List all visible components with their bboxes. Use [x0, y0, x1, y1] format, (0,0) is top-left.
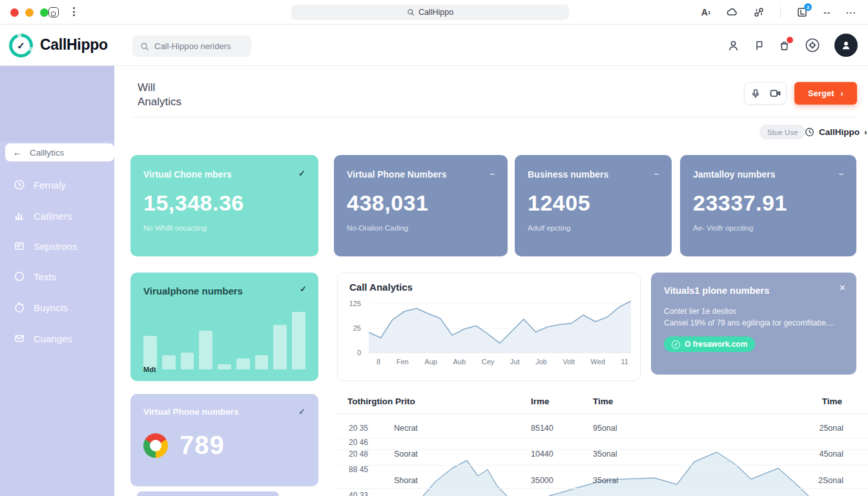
page-title: Will Analytics [138, 81, 181, 109]
minus-icon[interactable]: – [839, 169, 843, 178]
stat-card-title: Virtual Phone Numbers [347, 169, 447, 180]
minus-icon[interactable]: – [654, 169, 659, 178]
sidebar-item-cuanges[interactable]: Cuanges [0, 330, 114, 347]
sidebar-item-label: Cuanges [34, 333, 72, 344]
call-analytics-card: Call Analytics 125 25 0 8FenAupAubCeyJut… [337, 273, 641, 381]
stat-card-business: Business numbers – 12405 Adulf epcting [515, 155, 672, 256]
search-icon [140, 42, 149, 51]
screen: CallHippo A1 2 -- ··· ✓ CallHippo Call-H… [0, 0, 868, 496]
close-window-button[interactable] [10, 8, 19, 17]
sidebar-item-sepstrons[interactable]: Sepstrons [0, 238, 114, 254]
stopwatch-icon [14, 302, 25, 313]
stat-card-subtitle: Adulf epcting [528, 224, 659, 232]
table-cell: 35000 [531, 476, 553, 485]
promo-card: Vituals1 plone numbers ✕ Contet lier 1e … [651, 273, 856, 375]
stue-use-pill[interactable]: Stue Use [760, 125, 805, 140]
divider [131, 117, 856, 118]
fresawork-chip-button[interactable]: ✓ O fresawork.com [664, 336, 755, 352]
sidebar-item-texts[interactable]: Texts [0, 268, 114, 285]
address-bar-text: CallHippo [418, 8, 453, 17]
table-cell: Soorat [394, 450, 418, 459]
header-action-group [744, 82, 787, 105]
window-controls [10, 8, 48, 17]
check-icon[interactable]: ✓ [298, 407, 305, 417]
promo-text: Contet lier 1e deslios [664, 307, 843, 316]
sidebar-toggle-icon[interactable] [48, 7, 59, 17]
table-cell: 85140 [531, 424, 553, 433]
toolbar-divider [780, 6, 781, 18]
camera-button[interactable] [770, 88, 781, 98]
virualphone-bar-card: Virualphone numbers ✓ Mdt [130, 273, 318, 381]
more-menu-icon[interactable]: ··· [846, 8, 856, 17]
column-header: Time [593, 397, 613, 406]
stat-card-jamtalloy: Jamtalloy numbers – 23337.91 Ae- Violfr … [680, 155, 856, 256]
cloud-icon[interactable] [726, 6, 738, 18]
clock-icon [805, 127, 814, 137]
stat-card-title: Jamtalloy numbers [693, 169, 776, 180]
sidebar-item-calllytics[interactable]: ← Calllytics [5, 143, 114, 161]
table-cell: 2Sonal [818, 476, 843, 485]
minus-icon[interactable]: – [490, 169, 495, 178]
mini-bar-chart [143, 310, 305, 369]
y-axis-tick: 25 [344, 324, 361, 332]
pages-badge: 2 [804, 3, 812, 11]
mini-bar [292, 312, 305, 369]
flag-icon[interactable] [753, 39, 765, 51]
gridline [337, 488, 868, 489]
gridline [337, 438, 868, 439]
table-trend-fill-0 [423, 460, 507, 496]
mini-bar [218, 364, 231, 369]
mic-button[interactable] [750, 88, 761, 99]
settings-gear-icon[interactable] [804, 37, 821, 54]
bar-chart-axis-label: Mdt [143, 366, 156, 373]
mini-bar [143, 336, 157, 369]
sidebar: ← Calllytics Fernaly Catliners Sepstrons… [0, 66, 114, 496]
zoom-window-button[interactable] [40, 8, 48, 17]
stat-card-subtitle: No-Oralion Cading [347, 224, 495, 232]
mail-icon [14, 333, 25, 344]
x-axis-line [369, 353, 631, 353]
camera-icon [770, 88, 781, 98]
pages-icon[interactable]: 2 [796, 6, 808, 18]
app-search-input[interactable]: Call-Hippoo neriders [132, 36, 251, 57]
table-trend-fill-1 [549, 452, 809, 496]
close-icon[interactable]: ✕ [839, 283, 846, 293]
sidebar-item-catliners[interactable]: Catliners [0, 207, 114, 224]
browser-toolbar-icons: A1 2 -- ··· [701, 0, 856, 25]
hidden-toolbar-icon[interactable]: -- [823, 8, 831, 17]
column-header: Irme [531, 397, 550, 406]
serget-button[interactable]: Serget› [794, 82, 857, 105]
stat-card-subtitle: No Whilll oocacting [143, 224, 305, 232]
brand-title: CallHippo [40, 36, 108, 54]
mini-bar [162, 355, 176, 369]
browser-menu-icon[interactable] [72, 7, 75, 16]
sidebar-item-buyncts[interactable]: Buyncts [0, 299, 114, 316]
sidebar-item-fernaly[interactable]: Fernaly [0, 176, 114, 193]
user-icon[interactable] [727, 39, 739, 52]
text-size-icon[interactable]: A1 [701, 7, 711, 17]
notifications-bag-icon[interactable] [778, 39, 790, 52]
mini-bar [181, 353, 194, 369]
mini-bar [199, 331, 212, 369]
check-icon[interactable]: ✓ [298, 169, 305, 178]
gridline [337, 465, 868, 466]
stat-card-value: 23337.91 [693, 191, 843, 216]
column-header: Time [822, 397, 842, 406]
promo-title: Vituals1 plone numbers [664, 285, 843, 296]
sidebar-item-label: Texts [34, 271, 56, 282]
app-search-text: Call-Hippoo neriders [154, 41, 231, 51]
search-icon [407, 8, 415, 16]
address-bar[interactable]: CallHippo [291, 5, 569, 20]
avatar[interactable] [834, 34, 858, 57]
mini-bar [236, 358, 250, 369]
bar-card-title: Virualphone numbers [143, 285, 243, 296]
split-screen-icon[interactable] [753, 6, 765, 18]
check-icon[interactable]: ✓ [300, 284, 307, 294]
stat-card-virtual-chone: Virtual Chone mbers ✓ 15,348.36 No Whill… [130, 155, 318, 256]
stat-card-subtitle: Ae- Violfr opccting [693, 224, 843, 232]
sidebar-item-label: Catliners [34, 211, 72, 222]
chevron-right-icon: › [841, 88, 843, 98]
table-cell: 35onal [593, 450, 617, 459]
callhippo-link[interactable]: CallHippo › [805, 125, 867, 139]
minimize-window-button[interactable] [25, 8, 34, 17]
